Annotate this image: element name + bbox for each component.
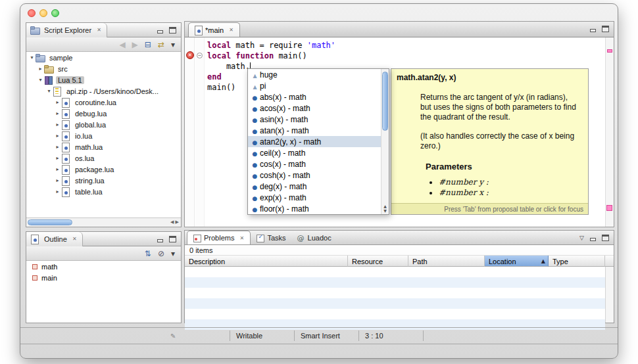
tree-item[interactable]: ▸coroutine.lua bbox=[26, 97, 181, 108]
close-tab-icon[interactable] bbox=[239, 235, 245, 241]
completion-item[interactable]: cosh(x) - math bbox=[248, 170, 381, 181]
view-menu-icon[interactable]: ▾ bbox=[171, 250, 175, 258]
completion-item[interactable]: cos(x) - math bbox=[248, 158, 381, 170]
scrollbar-thumb[interactable] bbox=[28, 219, 72, 225]
link-with-editor-icon[interactable]: ⇄ bbox=[158, 41, 164, 49]
editor-tab-main[interactable]: *main bbox=[188, 22, 240, 37]
column-header-type[interactable]: Type bbox=[549, 256, 605, 267]
minimize-view-button[interactable] bbox=[157, 27, 164, 34]
expand-arrow-icon[interactable]: ▸ bbox=[54, 122, 61, 127]
completion-item[interactable]: acos(x) - math bbox=[248, 102, 381, 114]
expand-arrow-icon[interactable]: ▸ bbox=[37, 66, 44, 72]
expand-arrow-icon[interactable]: ▸ bbox=[54, 110, 61, 116]
outline-view-tab[interactable]: Outline bbox=[26, 232, 83, 246]
minimize-view-button[interactable] bbox=[589, 26, 597, 32]
close-window-button[interactable] bbox=[28, 9, 36, 17]
expand-arrow-icon[interactable]: ▸ bbox=[54, 99, 61, 105]
function-icon bbox=[250, 93, 260, 102]
column-header-location[interactable]: Location▲ bbox=[485, 256, 549, 267]
completion-item[interactable]: ceil(x) - math bbox=[248, 147, 381, 158]
table-row[interactable] bbox=[185, 298, 605, 309]
column-header-resource[interactable]: Resource bbox=[348, 256, 408, 267]
expand-arrow-icon[interactable]: ▸ bbox=[54, 133, 61, 139]
tree-item[interactable]: ▸string.lua bbox=[26, 175, 181, 186]
close-view-icon[interactable] bbox=[72, 236, 78, 242]
view-buttons bbox=[151, 236, 181, 242]
completion-item[interactable]: atan2(y, x) - math bbox=[248, 136, 381, 147]
column-header-path[interactable]: Path bbox=[408, 256, 485, 267]
hide-icon[interactable]: ⊘ bbox=[158, 250, 164, 258]
view-menu-icon[interactable] bbox=[579, 235, 584, 241]
tree-item[interactable]: ▾Lua 5.1 bbox=[26, 74, 181, 85]
maximize-view-button[interactable] bbox=[602, 26, 609, 32]
back-icon[interactable]: ◀ bbox=[119, 41, 125, 49]
forward-icon[interactable]: ▶ bbox=[132, 41, 138, 49]
tab-tasks[interactable]: Tasks bbox=[251, 231, 291, 244]
expand-arrow-icon[interactable]: ▸ bbox=[54, 155, 61, 161]
expand-arrow-icon[interactable]: ▸ bbox=[54, 177, 61, 183]
close-view-icon[interactable] bbox=[96, 27, 102, 33]
overview-annotation-marker[interactable] bbox=[606, 205, 612, 211]
completion-item[interactable]: asin(x) - math bbox=[248, 114, 381, 125]
outline-item[interactable]: math bbox=[26, 261, 181, 272]
tree-item[interactable]: ▸src bbox=[26, 63, 181, 74]
collapse-fold-icon[interactable] bbox=[197, 53, 203, 58]
maximize-view-button[interactable] bbox=[169, 27, 176, 34]
function-icon bbox=[250, 126, 260, 135]
completion-item[interactable]: huge bbox=[248, 69, 381, 80]
code-line[interactable]: local math = require 'math' bbox=[207, 40, 603, 51]
code-line[interactable]: local function main() bbox=[207, 51, 603, 61]
table-row[interactable] bbox=[185, 309, 605, 319]
tree-item[interactable]: ▸math.lua bbox=[26, 141, 181, 152]
column-header-description[interactable]: Description bbox=[185, 256, 348, 267]
completion-item[interactable]: exp(x) - math bbox=[248, 192, 381, 203]
outline-item[interactable]: main bbox=[26, 272, 181, 283]
completion-item[interactable]: pi bbox=[248, 80, 381, 91]
expand-arrow-icon[interactable]: ▸ bbox=[54, 189, 61, 194]
table-row[interactable] bbox=[185, 288, 605, 298]
lua-icon bbox=[61, 131, 71, 140]
maximize-view-button[interactable] bbox=[602, 235, 609, 241]
overview-annotation-marker[interactable] bbox=[607, 49, 612, 53]
expand-arrow-icon[interactable]: ▸ bbox=[54, 166, 61, 172]
scrollbar-thumb[interactable] bbox=[382, 72, 388, 131]
tree-item[interactable]: ▸package.lua bbox=[26, 164, 181, 175]
close-tab-icon[interactable] bbox=[228, 27, 234, 33]
tree-item[interactable]: ▸table.lua bbox=[26, 186, 181, 197]
completion-item[interactable]: abs(x) - math bbox=[248, 91, 381, 102]
scrollbar-arrows-icon[interactable] bbox=[381, 204, 389, 213]
vertical-scrollbar[interactable] bbox=[605, 267, 614, 323]
completion-item[interactable]: atan(x) - math bbox=[248, 125, 381, 136]
tree-item[interactable]: ▸os.lua bbox=[26, 152, 181, 164]
completion-item[interactable]: deg(x) - math bbox=[248, 181, 381, 192]
tree-item[interactable]: ▾sample bbox=[26, 52, 181, 63]
collapse-arrow-icon[interactable]: ▾ bbox=[37, 77, 44, 83]
scrollbar-arrows-icon[interactable] bbox=[170, 219, 179, 225]
minimize-view-button[interactable] bbox=[157, 236, 164, 242]
collapse-arrow-icon[interactable]: ▾ bbox=[45, 88, 53, 94]
tree-item[interactable]: ▸io.lua bbox=[26, 130, 181, 141]
tree-item[interactable]: ▸global.lua bbox=[26, 119, 181, 130]
function-icon bbox=[250, 115, 260, 124]
expand-arrow-icon[interactable]: ▸ bbox=[54, 144, 61, 150]
tab-problems[interactable]: Problems bbox=[187, 231, 251, 244]
table-row[interactable] bbox=[185, 267, 605, 277]
vertical-scrollbar[interactable] bbox=[381, 69, 389, 214]
view-menu-icon[interactable]: ▾ bbox=[171, 41, 175, 49]
lua-file-icon bbox=[194, 26, 203, 34]
table-row[interactable] bbox=[185, 277, 605, 288]
window-titlebar[interactable] bbox=[20, 4, 618, 21]
collapse-all-icon[interactable]: ⊟ bbox=[145, 41, 151, 49]
sort-icon[interactable]: ⇅ bbox=[145, 250, 151, 258]
completion-item[interactable]: floor(x) - math bbox=[248, 203, 381, 214]
script-explorer-view-tab[interactable]: Script Explorer bbox=[26, 23, 107, 37]
horizontal-scrollbar[interactable] bbox=[26, 217, 181, 227]
tree-item[interactable]: ▾api.zip - /Users/kinoo/Desk... bbox=[26, 85, 181, 97]
tab-luadoc[interactable]: Luadoc bbox=[291, 231, 337, 244]
minimize-window-button[interactable] bbox=[39, 9, 47, 17]
maximize-view-button[interactable] bbox=[169, 236, 176, 242]
collapse-arrow-icon[interactable]: ▾ bbox=[28, 55, 36, 60]
minimize-view-button[interactable] bbox=[589, 235, 597, 241]
zoom-window-button[interactable] bbox=[51, 9, 59, 17]
tree-item[interactable]: ▸debug.lua bbox=[26, 108, 181, 119]
